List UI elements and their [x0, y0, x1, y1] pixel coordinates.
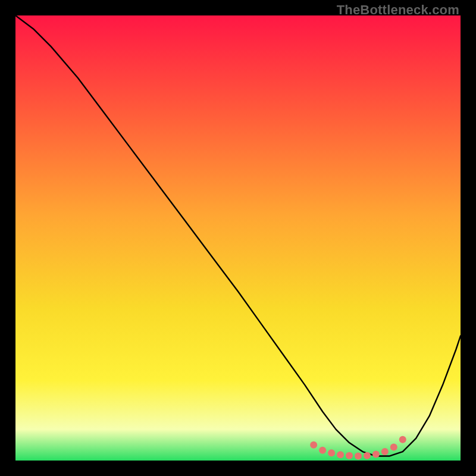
optimal-dot	[337, 451, 344, 458]
optimal-dot	[390, 444, 397, 451]
optimal-dot	[381, 448, 389, 455]
optimal-dot	[346, 452, 353, 459]
optimal-dot	[372, 451, 380, 458]
gradient-background	[15, 15, 461, 461]
optimal-dot	[310, 441, 317, 449]
optimal-dot	[355, 453, 362, 460]
optimal-dot	[319, 447, 326, 454]
chart-frame	[15, 15, 461, 461]
optimal-dot	[328, 449, 335, 456]
bottleneck-chart	[15, 15, 461, 461]
optimal-dot	[364, 452, 371, 459]
optimal-dot	[399, 436, 406, 443]
